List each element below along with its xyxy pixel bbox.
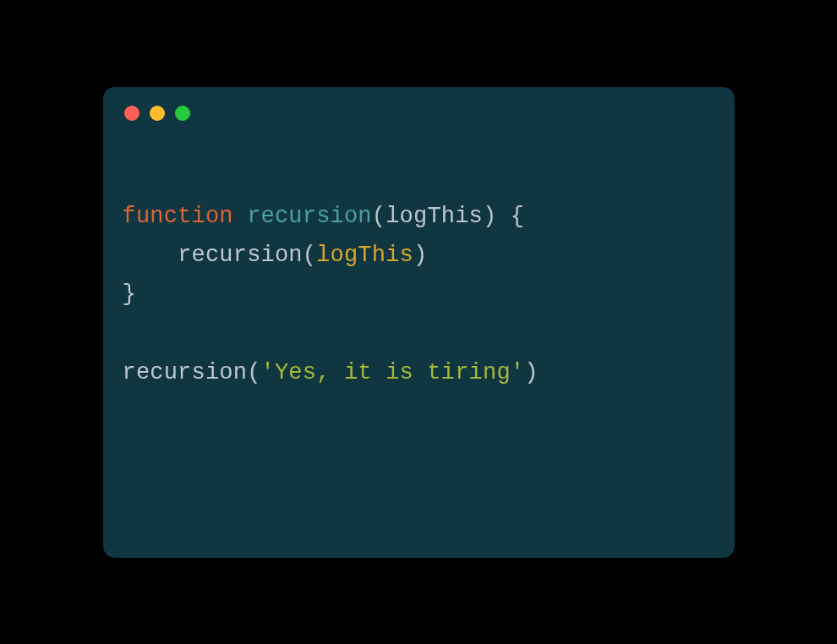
- whitespace: [496, 204, 510, 229]
- parameter: logThis: [386, 204, 483, 229]
- function-name: recursion: [247, 204, 372, 229]
- open-paren: (: [303, 243, 316, 268]
- function-call: recursion: [123, 360, 248, 385]
- close-paren: ): [483, 204, 496, 229]
- indent: [123, 243, 178, 268]
- open-paren: (: [372, 204, 386, 229]
- close-paren: ): [413, 243, 427, 268]
- titlebar: [103, 87, 735, 121]
- open-paren: (: [247, 360, 260, 385]
- code-block: function recursion(logThis) { recursion(…: [103, 121, 735, 393]
- argument: logThis: [316, 243, 413, 268]
- close-brace: }: [123, 281, 136, 307]
- code-window: function recursion(logThis) { recursion(…: [103, 87, 735, 558]
- window-close-button[interactable]: [124, 106, 140, 121]
- keyword-function: function: [123, 204, 233, 229]
- function-call: recursion: [178, 243, 303, 268]
- open-brace: {: [511, 204, 524, 229]
- close-paren: ): [524, 360, 538, 385]
- window-minimize-button[interactable]: [150, 106, 165, 121]
- whitespace: [233, 204, 247, 229]
- window-zoom-button[interactable]: [175, 106, 190, 121]
- string-literal: 'Yes, it is tiring': [261, 360, 525, 385]
